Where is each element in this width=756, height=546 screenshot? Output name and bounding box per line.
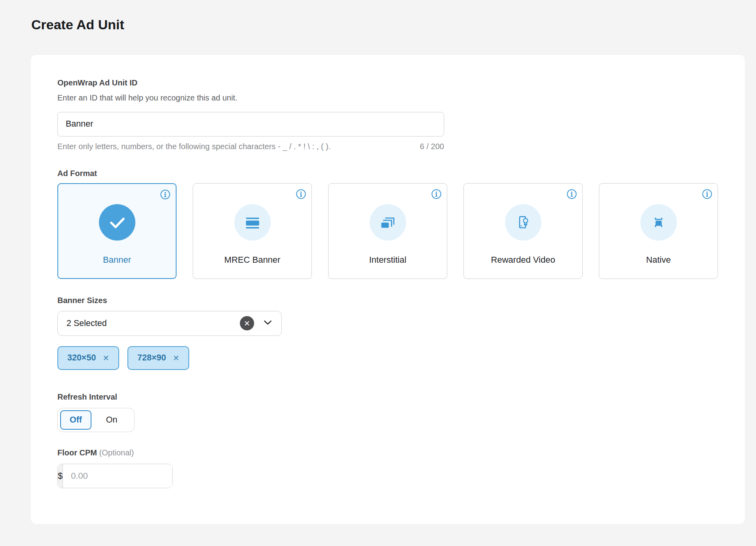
refresh-off-button[interactable]: Off — [60, 410, 91, 430]
interstitial-icon — [370, 204, 406, 241]
ad-unit-id-section: OpenWrap Ad Unit ID Enter an ID that wil… — [57, 78, 718, 151]
info-icon[interactable] — [566, 189, 577, 199]
ad-format-option-rewarded-video[interactable]: Rewarded Video — [463, 183, 583, 279]
clear-all-icon[interactable]: ✕ — [240, 316, 254, 330]
close-icon: ✕ — [244, 319, 250, 328]
chip-label: 728×90 — [137, 353, 166, 363]
chip-label: 320×50 — [67, 353, 96, 363]
ad-unit-id-description: Enter an ID that will help you recognize… — [57, 93, 718, 102]
banner-sizes-section: Banner Sizes 2 Selected ✕ 320×50 ✕ 728×9… — [57, 296, 718, 370]
floor-cpm-label: Floor CPM — [57, 448, 97, 457]
refresh-interval-toggle: Off On — [57, 408, 135, 432]
info-icon[interactable] — [160, 189, 171, 200]
banner-check-icon — [99, 204, 135, 241]
size-chip: 320×50 ✕ — [57, 346, 119, 370]
ad-unit-id-help-text: Enter only letters, numbers, or the foll… — [57, 142, 331, 151]
info-icon[interactable] — [702, 189, 712, 199]
format-label: Banner — [103, 255, 131, 265]
optional-hint: (Optional) — [99, 448, 134, 457]
remove-chip-icon[interactable]: ✕ — [173, 353, 179, 363]
rewarded-video-icon — [505, 204, 541, 241]
refresh-on-button[interactable]: On — [91, 415, 132, 425]
floor-cpm-group: $ — [57, 464, 173, 488]
native-icon — [640, 204, 677, 241]
refresh-interval-label: Refresh Interval — [57, 392, 718, 402]
ad-format-section: Ad Format Banner — [57, 169, 718, 279]
char-counter: 6 / 200 — [420, 142, 444, 151]
ad-format-option-mrec-banner[interactable]: MREC Banner — [193, 183, 312, 279]
currency-prefix: $ — [58, 464, 63, 488]
refresh-interval-section: Refresh Interval Off On — [57, 392, 718, 432]
ad-format-option-native[interactable]: Native — [599, 183, 718, 279]
chevron-down-icon — [264, 320, 272, 327]
ad-unit-id-input[interactable] — [57, 112, 444, 136]
page-title: Create Ad Unit — [31, 17, 756, 33]
select-value: 2 Selected — [66, 318, 240, 328]
format-label: Interstitial — [369, 255, 406, 265]
remove-chip-icon[interactable]: ✕ — [103, 353, 109, 363]
ad-format-option-interstitial[interactable]: Interstitial — [328, 183, 447, 279]
mrec-banner-icon — [234, 204, 271, 241]
banner-sizes-label: Banner Sizes — [57, 296, 718, 305]
ad-unit-id-label: OpenWrap Ad Unit ID — [57, 78, 718, 87]
size-chip: 728×90 ✕ — [127, 346, 189, 370]
floor-cpm-section: Floor CPM (Optional) $ — [57, 448, 718, 488]
create-ad-unit-card: OpenWrap Ad Unit ID Enter an ID that wil… — [31, 55, 745, 524]
format-label: Native — [646, 255, 671, 265]
format-label: MREC Banner — [224, 255, 281, 265]
ad-format-option-banner[interactable]: Banner — [57, 183, 177, 279]
format-label: Rewarded Video — [491, 255, 555, 265]
floor-cpm-input[interactable] — [63, 464, 173, 488]
info-icon[interactable] — [431, 189, 442, 199]
info-icon[interactable] — [296, 189, 306, 199]
ad-format-label: Ad Format — [57, 169, 718, 178]
banner-sizes-select[interactable]: 2 Selected ✕ — [57, 311, 282, 336]
